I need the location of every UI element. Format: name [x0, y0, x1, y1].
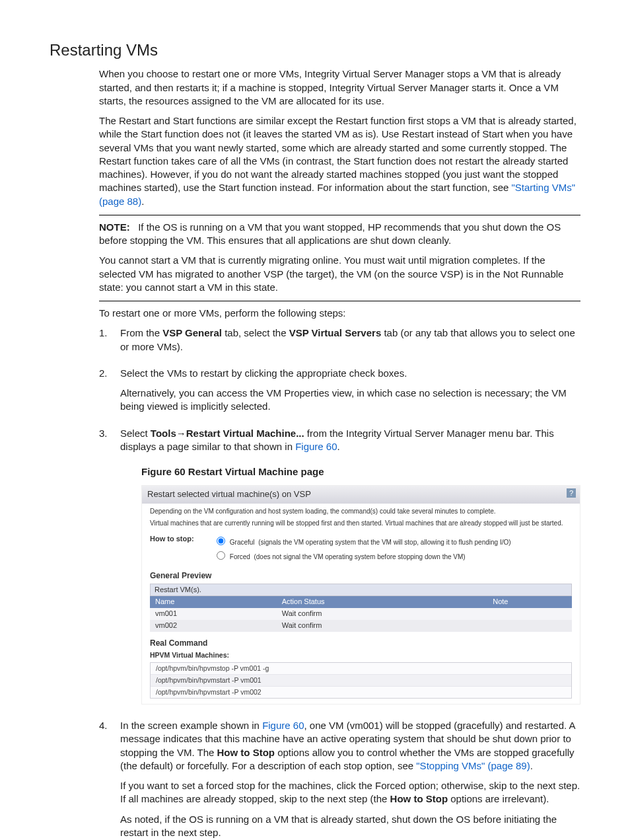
col-note: Note: [487, 596, 572, 608]
text-span: The Restart and Start functions are simi…: [99, 115, 577, 193]
general-preview-label: General Preview: [150, 571, 572, 581]
body-paragraph: To restart one or more VMs, perform the …: [99, 307, 580, 320]
text-span: .: [337, 441, 340, 452]
link-figure-60[interactable]: Figure 60: [262, 720, 304, 731]
radio-option-forced[interactable]: Forced (does not signal the VM operating…: [213, 549, 572, 562]
bold-text: Restart Virtual Machine...: [186, 428, 304, 439]
divider: [99, 215, 580, 215]
note-text: If the OS is running on a VM that you wa…: [99, 221, 561, 246]
col-action-status: Action Status: [277, 596, 488, 608]
step-text: Select Tools→Restart Virtual Machine... …: [120, 427, 580, 454]
step-number: 4.: [99, 719, 120, 840]
note-label: NOTE:: [99, 221, 130, 233]
bold-text: Tools: [151, 428, 176, 439]
panel-intro-line: Depending on the VM configuration and ho…: [150, 508, 572, 516]
step-text: From the VSP General tab, select the VSP…: [120, 326, 580, 354]
text-span: .: [530, 760, 533, 771]
command-line: /opt/hpvm/bin/hpvmstart -P vm002: [151, 687, 571, 698]
how-to-stop-label: How to stop:: [150, 535, 201, 564]
step-text: If you want to set a forced stop for the…: [120, 779, 580, 806]
help-icon[interactable]: ?: [567, 488, 576, 498]
divider: [99, 301, 580, 301]
text-span: From the: [120, 327, 162, 338]
body-paragraph: The Restart and Start functions are simi…: [99, 114, 580, 208]
figure-caption: Figure 60 Restart Virtual Machine page: [141, 465, 580, 478]
text-span: tab, select the: [222, 327, 289, 338]
arrow-icon: →: [176, 428, 186, 439]
cell-name: vm002: [150, 620, 277, 632]
link-figure-60[interactable]: Figure 60: [295, 441, 337, 452]
cell-status: Wait confirm: [277, 608, 488, 620]
real-command-sublabel: HPVM Virtual Machines:: [150, 651, 572, 660]
section-heading: Restarting VMs: [50, 40, 580, 61]
text-span: options are irrelevant).: [448, 793, 549, 804]
table-row: vm002 Wait confirm: [150, 620, 572, 632]
command-list: /opt/hpvm/bin/hpvmstop -P vm001 -g /opt/…: [150, 662, 572, 699]
radio-label: Forced: [230, 553, 250, 560]
panel-title: Restart selected virtual machine(s) on V…: [147, 489, 311, 499]
table-caption: Restart VM(s).: [150, 584, 572, 597]
col-name: Name: [150, 596, 277, 608]
link-stopping-vms[interactable]: "Stopping VMs" (page 89): [416, 760, 530, 771]
radio-forced-input[interactable]: [217, 551, 225, 560]
restart-vms-table: Name Action Status Note vm001 Wait confi…: [150, 596, 572, 631]
text-span: .: [141, 196, 144, 207]
command-line: /opt/hpvm/bin/hpvmstop -P vm001 -g: [151, 663, 571, 675]
text-span: In the screen example shown in: [120, 720, 262, 731]
text-span: Select: [120, 428, 151, 439]
bold-text: VSP General: [162, 327, 222, 338]
step-text: In the screen example shown in Figure 60…: [120, 719, 580, 773]
step-text: Alternatively, you can access the VM Pro…: [120, 387, 580, 414]
radio-note: (does not signal the VM operating system…: [254, 553, 465, 560]
step-number: 2.: [99, 367, 120, 420]
panel-titlebar: Restart selected virtual machine(s) on V…: [142, 486, 580, 503]
note-paragraph: NOTE: If the OS is running on a VM that …: [99, 221, 580, 248]
bold-text: VSP Virtual Servers: [289, 327, 382, 338]
bold-text: How to Stop: [217, 747, 274, 758]
step-text: As noted, if the OS is running on a VM t…: [120, 813, 580, 840]
step-number: 1.: [99, 326, 120, 360]
cell-note: [487, 620, 572, 632]
cell-name: vm001: [150, 608, 277, 620]
real-command-label: Real Command: [150, 638, 572, 648]
bold-text: How to Stop: [390, 793, 448, 804]
radio-label: Graceful: [230, 539, 255, 546]
radio-note: (signals the VM operating system that th…: [258, 539, 510, 546]
step-number: 3.: [99, 427, 120, 705]
figure-panel: Restart selected virtual machine(s) on V…: [141, 485, 580, 705]
command-line: /opt/hpvm/bin/hpvmstart -P vm001: [151, 675, 571, 687]
table-row: vm001 Wait confirm: [150, 608, 572, 620]
cell-note: [487, 608, 572, 620]
panel-intro-line: Virtual machines that are currently runn…: [150, 519, 572, 528]
radio-option-graceful[interactable]: Graceful (signals the VM operating syste…: [213, 535, 572, 547]
cell-status: Wait confirm: [277, 620, 488, 632]
radio-graceful-input[interactable]: [217, 537, 225, 545]
body-paragraph: You cannot start a VM that is currently …: [99, 254, 580, 294]
step-text: Select the VMs to restart by clicking th…: [120, 367, 580, 380]
body-paragraph: When you choose to restart one or more V…: [99, 67, 580, 108]
